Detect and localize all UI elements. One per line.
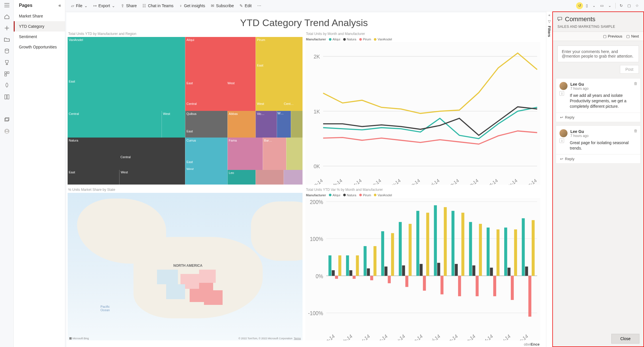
svg-rect-90 bbox=[479, 224, 482, 276]
page-tab-market-share[interactable]: Market Share bbox=[14, 11, 65, 21]
treemap-cell[interactable]: Bar… bbox=[263, 138, 286, 170]
treemap-cell[interactable] bbox=[185, 170, 227, 185]
legend-item[interactable]: Aliqui bbox=[329, 193, 340, 197]
export-icon: ↦ bbox=[93, 3, 97, 8]
svg-rect-52 bbox=[434, 205, 437, 276]
viz-map[interactable]: % Units Market Share by State bbox=[68, 188, 303, 341]
treemap-cell[interactable] bbox=[291, 111, 303, 138]
comments-prev-button[interactable]: ▢Previous bbox=[603, 34, 623, 38]
comments-next-button[interactable]: ▢Next bbox=[626, 34, 639, 38]
edit-button[interactable]: ✎Edit bbox=[237, 2, 254, 9]
treemap-cell[interactable]: CurrusEastWest bbox=[185, 138, 227, 170]
treemap-cell[interactable]: QuibusEast bbox=[185, 111, 227, 138]
legend-item[interactable]: Pirum bbox=[359, 193, 371, 197]
treemap-cell[interactable]: East bbox=[68, 170, 119, 185]
treemap-cell[interactable]: NaturaCentral bbox=[68, 138, 185, 170]
report-toolbar: ▱File⌄ ↦Export⌄ ⇪Share ☷Chat in Teams ♀G… bbox=[65, 0, 644, 11]
delete-comment-icon[interactable]: 🗑 bbox=[634, 129, 637, 133]
bookmark-dropdown[interactable]: ⌄ bbox=[591, 2, 597, 9]
close-comments-button[interactable]: Close bbox=[611, 334, 639, 344]
treemap-cell[interactable]: VanArsdelEast bbox=[68, 37, 185, 111]
map-terms-link[interactable]: Terms bbox=[294, 337, 301, 340]
bookmark-comment-icon[interactable]: ▯ bbox=[559, 91, 564, 96]
bookmark-comment-icon[interactable]: ▯ bbox=[559, 138, 564, 143]
reply-button[interactable]: ↩Reply bbox=[556, 113, 640, 122]
reply-button[interactable]: ↩Reply bbox=[556, 154, 640, 163]
insights-button[interactable]: ♀Get insights bbox=[177, 2, 207, 9]
treemap-cell[interactable] bbox=[286, 138, 303, 170]
treemap-cell[interactable]: PirumEastWestCent… bbox=[256, 37, 303, 111]
hamburger-icon[interactable] bbox=[4, 2, 10, 8]
reset-button[interactable]: ↺ bbox=[576, 2, 583, 9]
page-tab-sentiment[interactable]: Sentiment bbox=[14, 32, 65, 42]
treemap-cell[interactable] bbox=[256, 170, 284, 185]
legend-item[interactable]: VanArsdel bbox=[374, 193, 392, 197]
svg-text:Oct-14: Oct-14 bbox=[484, 178, 499, 185]
chat-teams-button[interactable]: ☷Chat in Teams bbox=[140, 2, 176, 9]
subscribe-button[interactable]: ✉Subscribe bbox=[209, 2, 236, 9]
more-button[interactable]: ⋯ bbox=[255, 2, 264, 9]
share-button[interactable]: ⇪Share bbox=[119, 2, 139, 9]
delete-comment-icon[interactable]: 🗑 bbox=[634, 81, 637, 86]
viz-bar[interactable]: Total Units YTD Var % by Month and Manuf… bbox=[305, 188, 540, 341]
svg-text:Jan-14: Jan-14 bbox=[321, 333, 336, 340]
folder-icon[interactable] bbox=[4, 37, 10, 42]
map-visual[interactable]: NORTH AMERICA Pacific Ocean Microsoft Bi… bbox=[68, 193, 303, 341]
refresh-button[interactable]: ↻ bbox=[618, 2, 625, 9]
main-area: ▱File⌄ ↦Export⌄ ⇪Share ☷Chat in Teams ♀G… bbox=[65, 0, 644, 347]
expand-filters-icon[interactable]: « bbox=[548, 13, 550, 17]
report-title: YTD Category Trend Analysis bbox=[68, 17, 540, 28]
treemap-cell[interactable]: West bbox=[119, 170, 185, 185]
svg-text:Mar-14: Mar-14 bbox=[347, 178, 363, 185]
view-button[interactable]: ▭ bbox=[598, 2, 605, 9]
bookmark-button[interactable]: ▯ bbox=[584, 2, 590, 9]
svg-rect-67 bbox=[490, 268, 493, 276]
legend-item[interactable]: Natura bbox=[343, 38, 356, 41]
treemap-cell[interactable]: Vic… bbox=[256, 111, 277, 138]
svg-rect-55 bbox=[487, 228, 490, 276]
book-icon[interactable] bbox=[4, 94, 10, 100]
view-dropdown[interactable]: ⌄ bbox=[606, 2, 613, 9]
favorite-button[interactable]: ☆ bbox=[634, 2, 641, 9]
page-tab-ytd-category[interactable]: YTD Category bbox=[14, 21, 65, 32]
app-icon[interactable] bbox=[4, 71, 10, 77]
legend-item[interactable]: VanArsdel bbox=[374, 38, 392, 41]
treemap-cell[interactable] bbox=[284, 170, 303, 185]
export-menu[interactable]: ↦Export⌄ bbox=[91, 2, 117, 9]
database-icon[interactable] bbox=[4, 48, 10, 54]
comment-button[interactable]: ▢ bbox=[626, 2, 633, 9]
svg-text:Oct-14: Oct-14 bbox=[479, 333, 494, 340]
legend-item[interactable]: Pirum bbox=[359, 38, 371, 41]
viz-line[interactable]: Total Units by Month and Manufacturer Ma… bbox=[305, 32, 540, 185]
rocket-icon[interactable] bbox=[4, 83, 10, 88]
post-comment-button[interactable]: Post bbox=[620, 65, 639, 74]
treemap-cell[interactable]: Abbas bbox=[227, 111, 256, 138]
treemap-cell[interactable]: Central bbox=[68, 111, 162, 138]
map-label-na: NORTH AMERICA bbox=[173, 264, 203, 268]
svg-text:200%: 200% bbox=[310, 198, 323, 205]
svg-rect-88 bbox=[444, 207, 447, 276]
workspaces-icon[interactable] bbox=[4, 117, 10, 123]
file-icon: ▱ bbox=[71, 3, 74, 8]
treemap-cell[interactable]: Fama bbox=[227, 138, 263, 170]
filters-collapsed-tab[interactable]: « ▽ Filters bbox=[546, 11, 552, 347]
legend-item[interactable]: Aliqui bbox=[329, 38, 340, 41]
comment-input[interactable]: Enter your comments here, and @mention p… bbox=[557, 46, 639, 62]
collapse-pages-icon[interactable]: « bbox=[58, 3, 61, 8]
treemap-cell[interactable]: AliquiEastWestCentral bbox=[185, 37, 256, 111]
treemap-cell[interactable]: West bbox=[162, 111, 185, 138]
page-tab-growth-opportunities[interactable]: Growth Opportunities bbox=[14, 42, 65, 52]
svg-rect-58 bbox=[332, 270, 335, 276]
treemap-cell[interactable]: Leo bbox=[227, 170, 256, 185]
trophy-icon[interactable] bbox=[4, 60, 10, 65]
svg-rect-85 bbox=[391, 233, 394, 276]
file-menu[interactable]: ▱File⌄ bbox=[69, 2, 90, 9]
home-icon[interactable] bbox=[4, 14, 10, 19]
treemap-cell[interactable]: W… bbox=[277, 111, 291, 138]
viz-treemap[interactable]: Total Units YTD by Manufacturer and Regi… bbox=[68, 32, 303, 185]
svg-text:100%: 100% bbox=[310, 236, 323, 242]
prev-comment-icon: ▢ bbox=[603, 34, 606, 38]
legend-item[interactable]: Natura bbox=[343, 193, 356, 197]
plus-icon[interactable] bbox=[4, 25, 10, 31]
user-avatar-icon[interactable] bbox=[4, 128, 10, 134]
